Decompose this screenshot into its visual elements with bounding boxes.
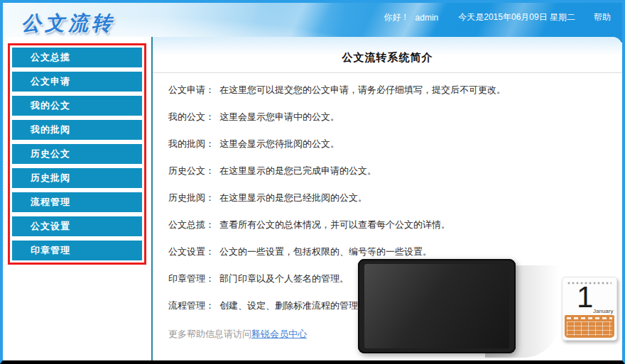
sidebar-menu-frame: 公文总揽 公文申请 我的公文 我的批阅 历史公文 历史批阅 流程管理 公文设置 … [8, 43, 146, 265]
intro-line: 公文设置：公文的一些设置，包括权限的、编号等的一些设置。 [168, 247, 622, 257]
intro-line: 我的公文：这里会显示您申请中的公文。 [168, 112, 622, 122]
intro-paragraphs: 公文申请：在这里您可以提交您的公文申请，请务必仔细填写，提交后不可更改。 我的公… [168, 85, 622, 341]
sidebar-item-workflow-management[interactable]: 流程管理 [12, 192, 142, 212]
header-user-bar: 你好！ admin 今天是2015年06月09日 星期二 帮助 [384, 11, 611, 23]
intro-line: 公文申请：在这里您可以提交您的公文申请，请务必仔细填写，提交后不可更改。 [168, 85, 622, 95]
help-footer: 更多帮助信息请访问释锐会员中心 [168, 328, 622, 341]
title-divider [153, 72, 622, 73]
sidebar-item-seal-management[interactable]: 印章管理 [12, 241, 142, 260]
sidebar-nav: 公文总揽 公文申请 我的公文 我的批阅 历史公文 历史批阅 流程管理 公文设置 … [3, 37, 153, 360]
intro-line: 公文总揽：查看所有公文的总体情况，并可以查看每个公文的详情。 [168, 220, 622, 230]
page-title: 公文流转系统简介 [153, 37, 622, 65]
member-center-link[interactable]: 释锐会员中心 [251, 329, 307, 339]
intro-line: 印章管理：部门印章以及个人签名的管理。 [168, 274, 622, 284]
app-window: 公文流转 你好！ admin 今天是2015年06月09日 星期二 帮助 公文总… [0, 0, 625, 364]
help-link[interactable]: 帮助 [594, 11, 611, 23]
sidebar-item-document-settings[interactable]: 公文设置 [12, 216, 142, 236]
intro-line: 流程管理：创建、设定、删除标准流程的管理。 [168, 301, 622, 311]
date-text: 今天是2015年06月09日 星期二 [458, 11, 575, 23]
main-content: 公文流转系统简介 公文申请：在这里您可以提交您的公文申请，请务必仔细填写，提交后… [153, 37, 622, 360]
help-footer-text: 更多帮助信息请访问 [168, 329, 251, 339]
sidebar-item-my-reviews[interactable]: 我的批阅 [12, 120, 142, 140]
content-shell: 公文总揽 公文申请 我的公文 我的批阅 历史公文 历史批阅 流程管理 公文设置 … [3, 37, 622, 360]
username-text: admin [415, 13, 439, 23]
sidebar-item-my-documents[interactable]: 我的公文 [12, 96, 142, 116]
sidebar-item-document-apply[interactable]: 公文申请 [12, 72, 142, 92]
intro-line: 我的批阅：这里会显示您待批阅的公文。 [168, 139, 622, 149]
app-logo: 公文流转 [21, 10, 115, 37]
greeting-text: 你好！ [384, 11, 410, 23]
sidebar-item-history-reviews[interactable]: 历史批阅 [12, 168, 142, 188]
intro-line: 历史公文：在这里显示的是您已完成申请的公文。 [168, 166, 622, 176]
sidebar-item-document-overview[interactable]: 公文总揽 [12, 48, 142, 67]
intro-line: 历史批阅：在这里显示的是您已经批阅的公文。 [168, 193, 622, 203]
sidebar-item-history-documents[interactable]: 历史公文 [12, 144, 142, 164]
